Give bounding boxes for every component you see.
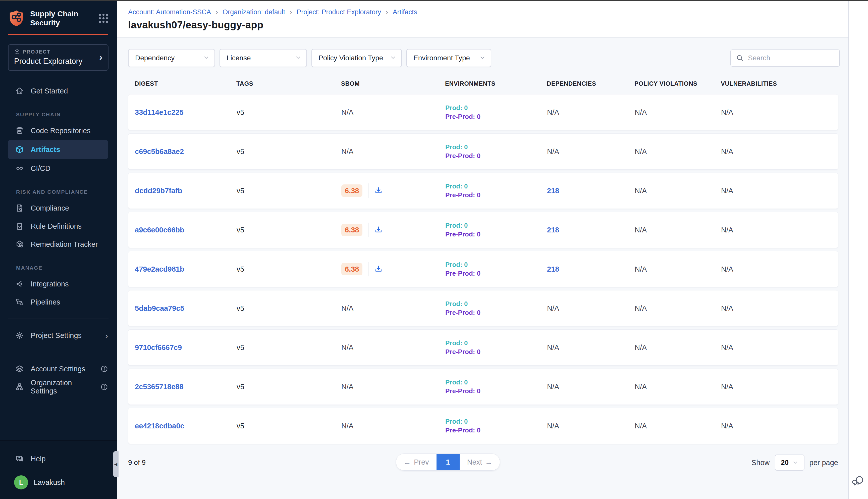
sidebar-item-label: Help xyxy=(30,455,46,463)
sbom-score-badge: 6.38 xyxy=(341,184,362,197)
env-prod-value: Prod: 0 xyxy=(445,300,547,308)
env-prod-value: Prod: 0 xyxy=(445,339,547,347)
prev-page-button[interactable]: ← Prev xyxy=(396,454,436,470)
environments-cell: Prod: 0 Pre-Prod: 0 xyxy=(445,182,547,199)
download-sbom-icon[interactable] xyxy=(374,226,383,234)
environments-cell: Prod: 0 Pre-Prod: 0 xyxy=(445,378,547,395)
environments-cell: Prod: 0 Pre-Prod: 0 xyxy=(445,143,547,160)
policy-violations-value: N/A xyxy=(635,187,721,195)
digest-link[interactable]: 33d114e1c225 xyxy=(135,108,237,117)
dependencies-value[interactable]: 218 xyxy=(547,226,635,234)
digest-link[interactable]: c69c5b6a8ae2 xyxy=(135,147,237,156)
sidebar-collapse-handle[interactable]: ◀ xyxy=(113,451,119,477)
environment-type-filter-select[interactable]: Environment Type xyxy=(406,49,491,67)
env-preprod-value: Pre-Prod: 0 xyxy=(445,270,547,277)
chat-support-icon[interactable] xyxy=(852,474,865,488)
app-switcher-icon[interactable] xyxy=(97,12,110,24)
policy-violation-type-filter-select[interactable]: Policy Violation Type xyxy=(311,49,402,67)
search-input[interactable] xyxy=(748,54,831,62)
arrow-left-icon: ← xyxy=(404,458,411,466)
breadcrumb-account-link[interactable]: Account: Automation-SSCA xyxy=(128,8,211,16)
sidebar-item-get-started[interactable]: Get Started xyxy=(0,82,117,100)
page-header: Account: Automation-SSCA › Organization:… xyxy=(117,1,848,38)
chevron-down-icon xyxy=(295,54,301,62)
chevron-separator-icon: › xyxy=(215,8,219,16)
chevron-right-icon: › xyxy=(99,51,102,63)
user-menu[interactable]: L Lavakush xyxy=(0,468,117,492)
chevron-separator-icon: › xyxy=(289,8,293,16)
sbom-divider xyxy=(368,223,369,237)
row-count: 9 of 9 xyxy=(128,459,146,466)
env-prod-value: Prod: 0 xyxy=(445,143,547,151)
arrow-right-icon: → xyxy=(485,458,492,466)
digest-link[interactable]: 9710cf6667c9 xyxy=(135,343,237,352)
column-header-tags: TAGS xyxy=(236,80,341,87)
breadcrumb-artifacts-link[interactable]: Artifacts xyxy=(393,8,418,16)
digest-link[interactable]: 5dab9caa79c5 xyxy=(135,304,237,313)
license-filter-select[interactable]: License xyxy=(220,49,307,67)
project-selector[interactable]: PROJECT Product Exploratory › xyxy=(8,44,109,71)
digest-link[interactable]: 479e2acd981b xyxy=(135,265,237,273)
sidebar-item-integrations[interactable]: Integrations xyxy=(0,275,117,293)
info-icon[interactable] xyxy=(100,365,108,373)
sidebar-item-organization-settings[interactable]: Organization Settings xyxy=(0,378,117,396)
sbom-na-value: N/A xyxy=(341,383,354,391)
sbom-na-value: N/A xyxy=(341,108,354,117)
digest-link[interactable]: ee4218cdba0c xyxy=(135,422,237,430)
sbom-score-badge: 6.38 xyxy=(341,263,362,276)
dependency-filter-select[interactable]: Dependency xyxy=(128,49,215,67)
tag-value: v5 xyxy=(237,265,341,273)
download-sbom-icon[interactable] xyxy=(374,265,383,273)
download-sbom-icon[interactable] xyxy=(374,186,383,195)
vulnerabilities-value: N/A xyxy=(721,343,838,352)
breadcrumb-project-link[interactable]: Project: Product Exploratory xyxy=(297,8,381,16)
table-row: ee4218cdba0c v5 N/A Prod: 0 Pre-Prod: 0 … xyxy=(128,408,838,444)
sidebar-item-artifacts[interactable]: Artifacts xyxy=(8,140,108,159)
env-preprod-value: Pre-Prod: 0 xyxy=(445,152,547,160)
dependencies-value[interactable]: 218 xyxy=(547,187,635,195)
tag-value: v5 xyxy=(237,383,341,391)
sidebar: Supply Chain Security PROJECT Product Ex… xyxy=(0,1,117,499)
sidebar-item-label: Code Repositories xyxy=(30,126,91,135)
vulnerabilities-value: N/A xyxy=(721,265,838,273)
column-header-sbom: SBOM xyxy=(341,80,445,87)
digest-link[interactable]: 2c5365718e88 xyxy=(135,383,237,391)
next-page-button[interactable]: Next → xyxy=(460,454,500,470)
sbom-na-value: N/A xyxy=(341,147,354,156)
chevron-separator-icon: › xyxy=(385,8,389,16)
table-row: 2c5365718e88 v5 N/A Prod: 0 Pre-Prod: 0 … xyxy=(128,369,838,405)
vulnerabilities-value: N/A xyxy=(721,383,838,391)
info-icon[interactable] xyxy=(100,383,108,391)
sidebar-item-remediation-tracker[interactable]: Remediation Tracker xyxy=(0,235,117,253)
avatar: L xyxy=(14,475,28,489)
supply-chain-security-logo-icon xyxy=(8,9,25,28)
sidebar-item-compliance[interactable]: Compliance xyxy=(0,199,117,217)
vulnerabilities-value: N/A xyxy=(721,147,838,156)
svg-text:?: ? xyxy=(18,456,20,460)
sidebar-item-cicd[interactable]: CI/CD xyxy=(0,159,117,178)
page-1-button[interactable]: 1 xyxy=(436,454,460,470)
sidebar-item-help[interactable]: ? Help xyxy=(0,450,117,468)
sidebar-footer: ? Help L Lavakush xyxy=(0,440,117,499)
sbom-cell: 6.38 xyxy=(341,223,445,237)
policy-violations-value: N/A xyxy=(635,343,721,352)
sidebar-item-account-settings[interactable]: Account Settings xyxy=(0,360,117,378)
sidebar-item-rule-definitions[interactable]: Rule Definitions xyxy=(0,217,117,235)
page-size-select[interactable]: 20 xyxy=(775,454,804,471)
dependencies-value[interactable]: 218 xyxy=(547,265,635,273)
sidebar-item-pipelines[interactable]: Pipelines xyxy=(0,293,117,311)
digest-link[interactable]: a9c6e00c66bb xyxy=(135,226,237,234)
sidebar-item-code-repositories[interactable]: Code Repositories xyxy=(0,122,117,140)
sidebar-item-label: Integrations xyxy=(30,280,69,288)
divider xyxy=(8,352,109,352)
table-row: dcdd29b7fafb v5 6.38 Prod: 0 Pre-Prod: 0… xyxy=(128,173,838,209)
tag-value: v5 xyxy=(237,147,341,156)
digest-link[interactable]: dcdd29b7fafb xyxy=(135,187,237,195)
breadcrumb-organization-link[interactable]: Organization: default xyxy=(223,8,285,16)
env-prod-value: Prod: 0 xyxy=(445,261,547,269)
policy-violations-value: N/A xyxy=(635,108,721,117)
environments-cell: Prod: 0 Pre-Prod: 0 xyxy=(445,300,547,317)
sidebar-item-project-settings[interactable]: Project Settings › xyxy=(0,326,117,344)
box-tag-icon xyxy=(15,239,25,249)
env-prod-value: Prod: 0 xyxy=(445,104,547,112)
